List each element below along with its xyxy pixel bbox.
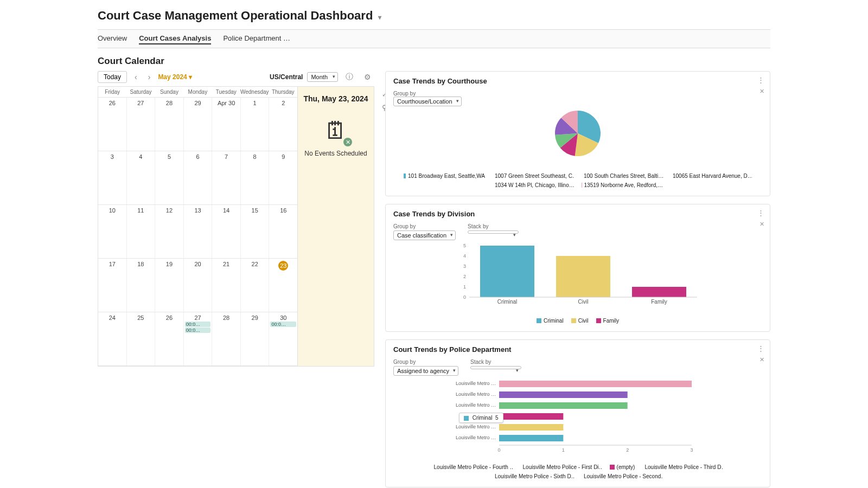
view-select[interactable]: Month bbox=[307, 72, 338, 82]
calendar-cell[interactable]: 13 bbox=[184, 205, 213, 258]
group-by-select[interactable]: Courthouse/Location bbox=[393, 97, 462, 106]
legend-item[interactable]: 10065 East Harvard Avenue, D… bbox=[671, 173, 752, 179]
svg-text:2: 2 bbox=[463, 274, 466, 279]
svg-text:5: 5 bbox=[463, 243, 466, 248]
calendar-cell[interactable]: 3 bbox=[98, 151, 127, 204]
calendar-event[interactable]: 00:0… bbox=[185, 328, 211, 333]
calendar-cell[interactable]: 15 bbox=[241, 205, 270, 258]
legend-item[interactable]: (empty) bbox=[610, 464, 635, 470]
stack-by-select[interactable] bbox=[470, 366, 521, 369]
calendar-cell[interactable]: 18 bbox=[127, 259, 156, 312]
calendar-block: FridaySaturdaySundayMondayTuesdayWednesd… bbox=[98, 86, 374, 367]
calendar-cell[interactable]: 11 bbox=[127, 205, 156, 258]
legend-item[interactable]: Louisville Metro Police - Sixth D… bbox=[493, 473, 574, 479]
pie-chart bbox=[393, 106, 762, 166]
calendar-section-title: Court Calendar bbox=[98, 56, 770, 67]
group-by-label: Group by bbox=[393, 223, 456, 229]
close-icon[interactable]: ✕ bbox=[760, 88, 764, 95]
calendar-cell[interactable]: 2 bbox=[269, 98, 297, 151]
calendar-cell[interactable]: 19 bbox=[155, 259, 184, 312]
calendar-cell[interactable]: 3000:0… bbox=[269, 312, 297, 365]
close-icon[interactable]: ✕ bbox=[760, 221, 764, 228]
dow-header: Wednesday bbox=[240, 87, 269, 97]
legend-text: Family bbox=[603, 318, 619, 324]
close-icon[interactable]: ✕ bbox=[760, 356, 764, 363]
svg-text:Civil: Civil bbox=[578, 299, 589, 305]
next-button[interactable]: › bbox=[145, 73, 154, 81]
legend-text: Civil bbox=[578, 318, 589, 324]
tab-court-cases-analysis[interactable]: Court Cases Analysis bbox=[139, 33, 211, 44]
calendar-cell[interactable]: 28 bbox=[155, 98, 184, 151]
swatch bbox=[596, 318, 601, 323]
calendar-cell[interactable]: 25 bbox=[127, 312, 156, 365]
calendar-cell[interactable]: Apr 30 bbox=[212, 98, 241, 151]
dow-header: Sunday bbox=[155, 87, 183, 97]
legend-item[interactable]: 100 South Charles Street, Balti… bbox=[582, 173, 663, 179]
legend-item[interactable]: Family bbox=[596, 318, 619, 324]
calendar-cell[interactable]: 29 bbox=[184, 98, 213, 151]
calendar-cell[interactable]: 24 bbox=[98, 312, 127, 365]
swatch bbox=[464, 416, 469, 421]
legend-item[interactable]: 1007 Green Street Southeast, C… bbox=[493, 173, 574, 179]
chevron-down-icon[interactable]: ▾ bbox=[378, 14, 381, 21]
chart-legend: Louisville Metro Police - Fourth …Louisv… bbox=[393, 464, 762, 479]
calendar-cell[interactable]: 22 bbox=[241, 259, 270, 312]
calendar-cell[interactable]: 6 bbox=[184, 151, 213, 204]
group-by-label: Group by bbox=[393, 91, 762, 97]
menu-icon[interactable]: ⋮ bbox=[757, 344, 764, 352]
calendar-cell[interactable]: 17 bbox=[98, 259, 127, 312]
legend-item[interactable]: 1034 W 14th Pl, Chicago, Illino… bbox=[493, 182, 574, 188]
calendar-cell[interactable]: 5 bbox=[155, 151, 184, 204]
calendar-cell[interactable]: 23 bbox=[269, 259, 297, 312]
legend-item[interactable]: Louisville Metro Police - Third D… bbox=[642, 464, 724, 470]
legend-item[interactable]: Criminal bbox=[537, 318, 564, 324]
calendar-cell[interactable]: 4 bbox=[127, 151, 156, 204]
date-number: 22 bbox=[241, 259, 269, 267]
month-picker[interactable]: May 2024 ▾ bbox=[158, 73, 192, 81]
calendar-cell[interactable]: 2700:0…00:0… bbox=[184, 312, 213, 365]
date-number: 27 bbox=[184, 312, 212, 321]
legend-item[interactable]: Louisville Metro Police - First Di… bbox=[521, 464, 602, 470]
calendar-cell[interactable]: 8 bbox=[241, 151, 270, 204]
info-icon[interactable]: ⓘ bbox=[342, 72, 356, 82]
calendar-cell[interactable]: 9 bbox=[269, 151, 297, 204]
calendar-cell[interactable]: 21 bbox=[212, 259, 241, 312]
calendar-cell[interactable]: 12 bbox=[155, 205, 184, 258]
menu-icon[interactable]: ⋮ bbox=[757, 209, 764, 217]
legend-item[interactable]: Civil bbox=[571, 318, 589, 324]
card-title: Case Trends by Courthouse bbox=[393, 77, 762, 85]
calendar-event[interactable]: 00:0… bbox=[185, 322, 211, 327]
legend-item[interactable]: Louisville Metro Police - Second… bbox=[582, 473, 663, 479]
calendar-cell[interactable]: 1 bbox=[241, 98, 270, 151]
prev-button[interactable]: ‹ bbox=[131, 73, 141, 81]
calendar-cell[interactable]: 14 bbox=[212, 205, 241, 258]
calendar-cell[interactable]: 27 bbox=[127, 98, 156, 151]
calendar-cell[interactable]: 7 bbox=[212, 151, 241, 204]
group-by-select[interactable]: Case classification bbox=[393, 230, 456, 240]
calendar-cell[interactable]: 10 bbox=[98, 205, 127, 258]
dow-header: Monday bbox=[183, 87, 212, 97]
calendar-event[interactable]: 00:0… bbox=[270, 322, 296, 327]
swatch bbox=[571, 318, 576, 323]
menu-icon[interactable]: ⋮ bbox=[757, 76, 764, 84]
calendar-cell[interactable]: 28 bbox=[212, 312, 241, 365]
calendar-cell[interactable]: 26 bbox=[98, 98, 127, 151]
today-button[interactable]: Today bbox=[98, 71, 127, 83]
tab-police-department-[interactable]: Police Department … bbox=[223, 33, 290, 44]
legend-text: 13519 Norborne Ave, Redford,… bbox=[584, 182, 663, 188]
calendar-cell[interactable]: 20 bbox=[184, 259, 213, 312]
gear-icon[interactable]: ⚙ bbox=[361, 72, 374, 82]
close-icon: ✕ bbox=[343, 138, 352, 146]
date-number: 4 bbox=[127, 151, 155, 160]
legend-item[interactable]: 101 Broadway East, Seattle,WA bbox=[404, 173, 485, 179]
stack-by-select[interactable] bbox=[468, 230, 519, 234]
legend-text: 100 South Charles Street, Balti… bbox=[584, 173, 663, 179]
calendar-cell[interactable]: 26 bbox=[155, 312, 184, 365]
hbar-chart: Louisville Metro …Louisville Metro …Loui… bbox=[393, 376, 762, 457]
legend-item[interactable]: Louisville Metro Police - Fourth … bbox=[432, 464, 513, 470]
calendar-cell[interactable]: 16 bbox=[269, 205, 297, 258]
group-by-select[interactable]: Assigned to agency bbox=[393, 366, 458, 376]
tab-overview[interactable]: Overview bbox=[98, 33, 127, 44]
calendar-cell[interactable]: 29 bbox=[241, 312, 270, 365]
legend-item[interactable]: 13519 Norborne Ave, Redford,… bbox=[582, 182, 663, 188]
